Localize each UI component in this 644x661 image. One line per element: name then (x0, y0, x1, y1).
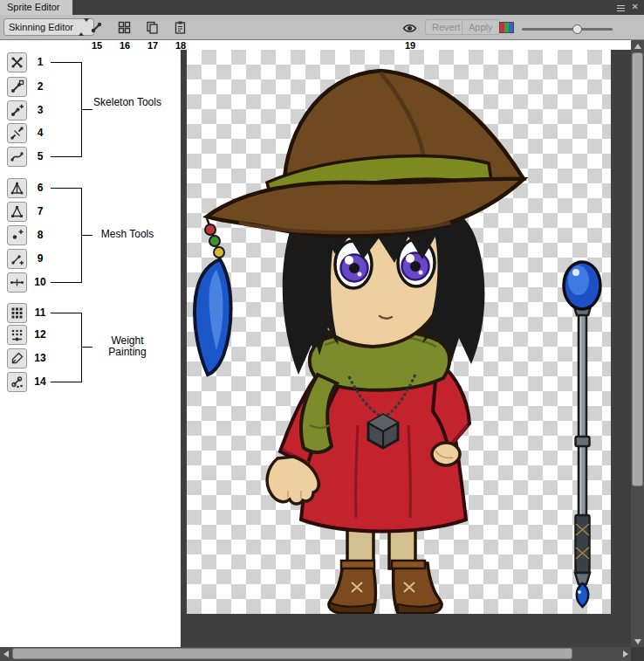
zoom-slider-track[interactable] (522, 28, 613, 31)
tool-button-5[interactable] (7, 147, 27, 167)
tool-number: 1 (30, 56, 51, 68)
tool-button-1[interactable] (7, 52, 27, 72)
tool-number: 13 (30, 352, 51, 364)
pane-menu-icon[interactable] (617, 3, 625, 13)
tool-number: 11 (30, 306, 51, 319)
rgb-channels-icon[interactable] (499, 22, 514, 33)
editor-mode-label: Skinning Editor (9, 22, 79, 32)
tool-button-10[interactable] (7, 272, 27, 293)
bracket-line (81, 313, 82, 382)
bracket-line (81, 235, 92, 236)
horizontal-scrollbar-thumb[interactable] (12, 648, 572, 659)
split-bone-icon (10, 126, 24, 141)
edit-geometry-icon (10, 204, 24, 219)
tool-number: 6 (30, 182, 51, 194)
apply-label: Apply (469, 22, 493, 32)
tool-number: 4 (30, 127, 51, 139)
character-sprite (187, 50, 611, 614)
tool-button-11[interactable] (7, 303, 27, 323)
tool-number: 10 (30, 276, 51, 288)
bone-influence-icon (10, 375, 24, 389)
bracket-line (81, 347, 92, 348)
tool-button-9[interactable] (7, 249, 27, 269)
tool-number: 7 (30, 205, 51, 217)
scroll-up-button[interactable] (631, 40, 644, 52)
create-vertex-icon (10, 228, 24, 243)
split-edge-icon (10, 275, 24, 290)
tool-button-6[interactable] (7, 178, 27, 198)
revert-label: Revert (432, 22, 460, 32)
bone-chain-icon (10, 79, 24, 94)
weight-brush-icon (10, 351, 24, 366)
tool-number: 9 (30, 252, 51, 265)
tool-button-3[interactable] (7, 100, 27, 120)
editor-mode-dropdown[interactable]: Skinning Editor (3, 18, 94, 36)
horizontal-scrollbar[interactable] (0, 647, 631, 661)
tool-button-8[interactable] (7, 225, 27, 245)
tool-number: 2 (30, 80, 51, 93)
bone-icon (89, 20, 104, 35)
title-bar: Sprite Editor ✕ (0, 0, 644, 15)
tool-button-2[interactable] (7, 77, 27, 97)
callout-number: 15 (86, 40, 107, 51)
group-label-skeleton-tools: Skeleton Tools (92, 97, 162, 108)
bracket-line (81, 109, 92, 110)
tool-number: 3 (30, 104, 51, 116)
bracket-line (51, 313, 82, 313)
tool-button-13[interactable] (7, 348, 27, 368)
weight-slider-icon (10, 327, 24, 342)
bracket-line (51, 282, 82, 283)
sprite-editor-tab[interactable]: Sprite Editor (0, 0, 72, 15)
auto-weights-icon (10, 306, 24, 320)
tool-number: 12 (30, 328, 51, 341)
tool-button-7[interactable] (7, 202, 27, 222)
main-toolbar: Skinning Editor Revert Apply (0, 15, 644, 40)
toolbar-button-18[interactable] (173, 20, 188, 35)
scroll-down-button[interactable] (631, 636, 644, 647)
popup-arrows-icon (79, 22, 89, 32)
visibility-button[interactable] (402, 21, 417, 36)
sprite-image-area (187, 50, 611, 617)
callout-number: 17 (142, 40, 163, 51)
sprite-canvas[interactable] (181, 50, 631, 647)
scrollbar-corner (631, 647, 644, 661)
eye-icon (402, 21, 417, 36)
paste-icon (173, 20, 188, 35)
create-bone-icon (10, 103, 24, 118)
tool-number: 8 (30, 229, 51, 241)
sprite-grid-icon (117, 20, 132, 35)
vertical-scrollbar[interactable] (631, 40, 644, 647)
sprite-editor-window: Sprite Editor ✕ Skinning Editor Revert A… (0, 0, 644, 661)
bracket-line (51, 62, 82, 63)
copy-icon (145, 20, 160, 35)
bracket-line (51, 382, 82, 382)
scroll-left-button[interactable] (0, 647, 11, 661)
zoom-slider-thumb[interactable] (572, 24, 582, 34)
toolbar-button-17[interactable] (145, 20, 160, 35)
close-icon[interactable]: ✕ (632, 3, 639, 11)
crossed-bones-icon (10, 55, 24, 70)
vertical-scrollbar-thumb[interactable] (632, 52, 643, 486)
group-label-weight-painting: Weight Painting (92, 335, 162, 358)
create-edge-icon (10, 251, 24, 266)
tool-button-12[interactable] (7, 325, 27, 345)
curved-bone-icon (10, 149, 24, 164)
group-label-mesh-tools: Mesh Tools (92, 229, 162, 240)
tool-button-14[interactable] (7, 372, 27, 392)
toolbar-button-16[interactable] (117, 20, 132, 35)
apply-button[interactable]: Apply (462, 19, 500, 35)
auto-geometry-icon (10, 181, 24, 196)
scroll-right-button[interactable] (620, 647, 631, 661)
callout-number: 16 (114, 40, 135, 51)
tool-button-4[interactable] (7, 123, 27, 143)
toolbar-button-15[interactable] (89, 20, 104, 35)
bracket-line (51, 156, 82, 157)
bracket-line (51, 188, 82, 189)
zoom-slider[interactable] (522, 25, 613, 34)
tool-number: 5 (30, 150, 51, 162)
window-title: Sprite Editor (7, 2, 60, 12)
tool-number: 14 (30, 375, 51, 388)
